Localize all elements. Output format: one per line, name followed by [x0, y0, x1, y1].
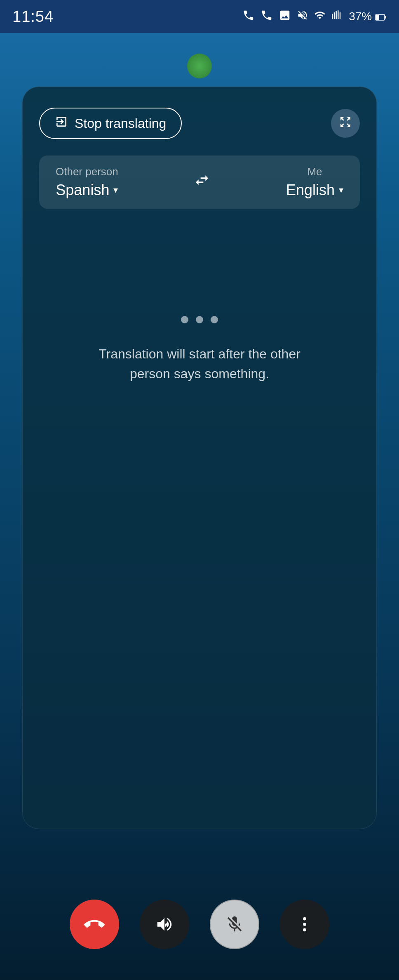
signal-icon	[331, 9, 343, 24]
sound-mute-icon	[297, 9, 308, 24]
status-time: 11:54	[12, 8, 54, 26]
caller-indicator	[187, 54, 212, 78]
dot-1	[181, 316, 188, 323]
svg-rect-2	[385, 16, 386, 19]
end-call-button[interactable]	[70, 900, 119, 949]
card-header: Stop translating	[39, 108, 360, 139]
translation-card: Stop translating Other person Spanish ▾ …	[22, 87, 377, 829]
status-icons: 37%	[242, 9, 387, 24]
svg-rect-1	[376, 15, 379, 20]
other-person-language: Other person Spanish ▾	[56, 165, 118, 199]
other-language-chevron-icon: ▾	[113, 185, 118, 196]
exit-icon	[55, 115, 68, 132]
other-language-select[interactable]: Spanish ▾	[56, 181, 118, 199]
language-selector-row: Other person Spanish ▾ Me English ▾	[39, 155, 360, 209]
wifi-icon	[314, 9, 326, 24]
dot-3	[211, 316, 218, 323]
speaker-button[interactable]	[140, 900, 189, 949]
mute-button[interactable]	[210, 900, 259, 949]
translation-content-area: Translation will start after the other p…	[39, 233, 360, 425]
status-bar: 11:54 37%	[0, 0, 399, 33]
call-icon	[261, 9, 273, 24]
gallery-icon	[279, 9, 291, 24]
svg-point-4	[303, 923, 306, 926]
dot-2	[196, 316, 203, 323]
minimize-button[interactable]	[331, 109, 360, 138]
my-language-chevron-icon: ▾	[339, 185, 343, 196]
svg-point-3	[303, 917, 306, 921]
stop-translating-label: Stop translating	[75, 116, 166, 131]
my-language-value: English	[286, 181, 335, 199]
more-options-button[interactable]	[280, 900, 329, 949]
waiting-message: Translation will start after the other p…	[80, 344, 319, 384]
other-language-value: Spanish	[56, 181, 109, 199]
waiting-dots	[181, 316, 218, 323]
swap-languages-icon[interactable]	[194, 172, 210, 192]
my-language: Me English ▾	[286, 165, 343, 199]
phone-icon	[242, 9, 255, 24]
call-controls-bar	[0, 881, 399, 980]
bg-area	[0, 33, 399, 87]
my-language-select[interactable]: English ▾	[286, 181, 343, 199]
svg-point-5	[303, 928, 306, 932]
minimize-icon	[339, 115, 352, 132]
me-label: Me	[307, 165, 322, 178]
battery-indicator: 37%	[349, 10, 387, 23]
stop-translating-button[interactable]: Stop translating	[39, 108, 182, 139]
other-person-label: Other person	[56, 165, 118, 178]
